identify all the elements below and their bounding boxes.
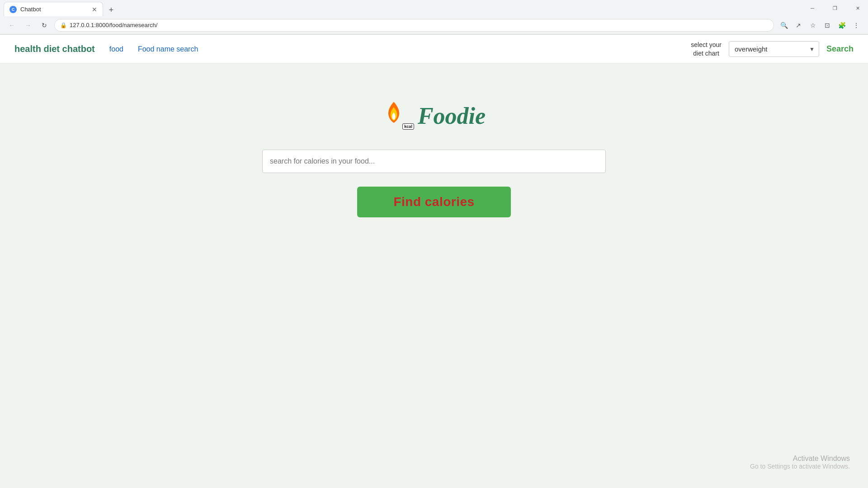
window-controls: ─ ❐ ✕ xyxy=(802,0,868,16)
windows-notice-title: Activate Windows xyxy=(750,455,850,463)
app-navbar: health diet chatbot food Food name searc… xyxy=(0,35,868,64)
back-button[interactable]: ← xyxy=(5,19,18,32)
active-tab[interactable]: C Chatbot ✕ xyxy=(4,2,103,16)
address-bar-row: ← → ↻ 🔒 127.0.0.1:8000/food/namesearch/ … xyxy=(0,16,868,34)
brand-link[interactable]: health diet chatbot xyxy=(14,44,95,54)
close-button[interactable]: ✕ xyxy=(847,0,868,16)
logo-icon: kcal xyxy=(382,100,414,131)
address-bar[interactable]: 🔒 127.0.0.1:8000/food/namesearch/ xyxy=(54,19,774,32)
tab-title: Chatbot xyxy=(20,6,41,13)
diet-select[interactable]: overweight underweight normal xyxy=(729,41,819,57)
windows-notice: Activate Windows Go to Settings to activ… xyxy=(750,455,850,470)
diet-select-wrapper: overweight underweight normal ▼ xyxy=(729,41,819,57)
tab-favicon: C xyxy=(9,6,17,13)
main-content: kcal Foodie Find calories xyxy=(0,64,868,488)
tab-close-button[interactable]: ✕ xyxy=(92,6,97,13)
restore-button[interactable]: ❐ xyxy=(825,0,845,16)
forward-button[interactable]: → xyxy=(22,19,34,32)
menu-icon[interactable]: ⋮ xyxy=(850,19,863,32)
logo-area: kcal Foodie xyxy=(382,100,486,131)
windows-notice-subtitle: Go to Settings to activate Windows. xyxy=(750,463,850,470)
food-search-input[interactable] xyxy=(262,150,606,173)
flame-svg xyxy=(382,100,405,127)
find-calories-button[interactable]: Find calories xyxy=(357,187,510,217)
food-name-search-link[interactable]: Food name search xyxy=(138,45,198,53)
url-display: 127.0.0.1:8000/food/namesearch/ xyxy=(70,22,768,28)
minimize-button[interactable]: ─ xyxy=(802,0,823,16)
reload-button[interactable]: ↻ xyxy=(38,19,51,32)
bookmark-icon[interactable]: ☆ xyxy=(807,19,819,32)
secure-icon: 🔒 xyxy=(60,22,67,28)
search-nav-link[interactable]: Search xyxy=(826,44,854,54)
kcal-badge: kcal xyxy=(402,123,414,130)
extensions-icon[interactable]: 🧩 xyxy=(835,19,848,32)
address-bar-actions: 🔍 ↗ ☆ ⊡ 🧩 ⋮ xyxy=(778,19,863,32)
zoom-icon[interactable]: 🔍 xyxy=(778,19,790,32)
diet-chart-label: select your diet chart xyxy=(691,41,722,57)
food-nav-link[interactable]: food xyxy=(109,45,123,53)
tab-strip: C Chatbot ✕ + ─ ❐ ✕ xyxy=(0,0,868,16)
logo-text: Foodie xyxy=(418,103,486,129)
share-icon[interactable]: ↗ xyxy=(792,19,805,32)
search-box-wrapper xyxy=(262,150,606,173)
new-tab-button[interactable]: + xyxy=(105,4,118,16)
nav-right: select your diet chart overweight underw… xyxy=(691,41,854,57)
split-icon[interactable]: ⊡ xyxy=(821,19,834,32)
